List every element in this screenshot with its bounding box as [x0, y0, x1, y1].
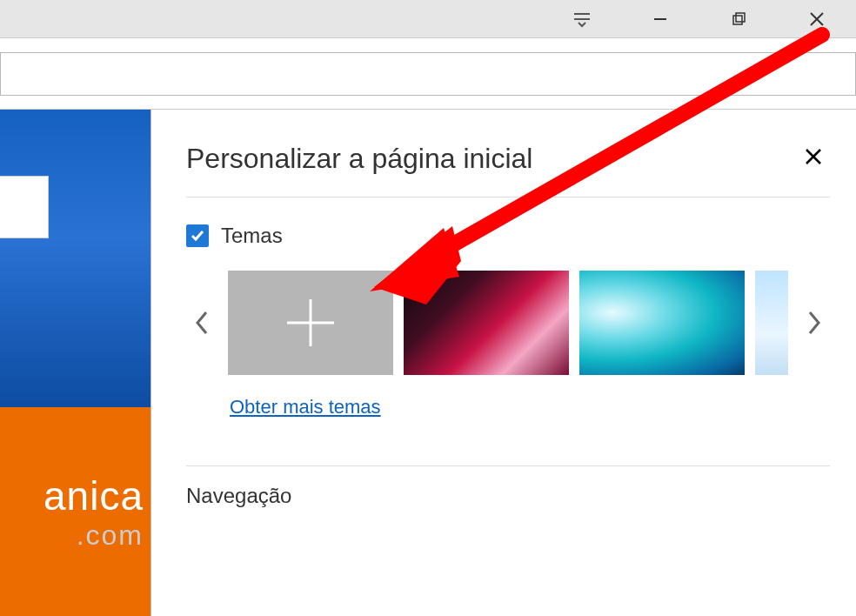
navigation-label: Navegação [186, 484, 830, 508]
maximize-button[interactable] [699, 0, 778, 38]
close-icon [804, 147, 823, 166]
hub-button[interactable] [543, 0, 621, 38]
theme-tile-1[interactable] [404, 271, 569, 375]
add-theme-tile[interactable] [228, 271, 393, 375]
brand-text: anica [43, 472, 144, 519]
plus-icon [280, 292, 341, 353]
themes-section-toggle: Temas [186, 224, 830, 248]
carousel-prev-button[interactable] [186, 271, 217, 375]
themes-carousel [186, 271, 830, 375]
close-icon [808, 10, 826, 28]
chevron-left-icon [194, 310, 210, 336]
homepage-brand-block: anica .com [0, 407, 150, 616]
navigation-section: Navegação [186, 465, 830, 508]
svg-rect-3 [733, 16, 742, 24]
customize-panel: Personalizar a página inicial Temas [151, 110, 856, 616]
get-more-themes-link[interactable]: Obter mais temas [230, 396, 381, 418]
carousel-next-button[interactable] [799, 271, 830, 375]
check-icon [190, 228, 205, 244]
minimize-button[interactable] [621, 0, 699, 38]
homepage-tile [0, 176, 49, 238]
panel-header: Personalizar a página inicial [186, 141, 830, 198]
theme-tile-3[interactable] [755, 271, 788, 375]
themes-label: Temas [221, 224, 283, 248]
svg-rect-4 [736, 13, 745, 22]
themes-checkbox[interactable] [186, 224, 209, 247]
address-input[interactable] [0, 52, 856, 96]
window-titlebar [0, 0, 856, 38]
minimize-icon [652, 11, 668, 27]
panel-title: Personalizar a página inicial [186, 143, 532, 175]
theme-tile-2[interactable] [579, 271, 745, 375]
hub-icon [572, 10, 592, 28]
maximize-icon [731, 11, 746, 27]
brand-domain: .com [0, 519, 144, 552]
chevron-right-icon [806, 310, 822, 336]
address-bar-area [0, 38, 856, 110]
window-close-button[interactable] [778, 0, 856, 38]
panel-close-button[interactable] [797, 141, 830, 176]
homepage-background: anica .com [0, 110, 151, 616]
content-area: anica .com Personalizar a página inicial… [0, 110, 856, 616]
